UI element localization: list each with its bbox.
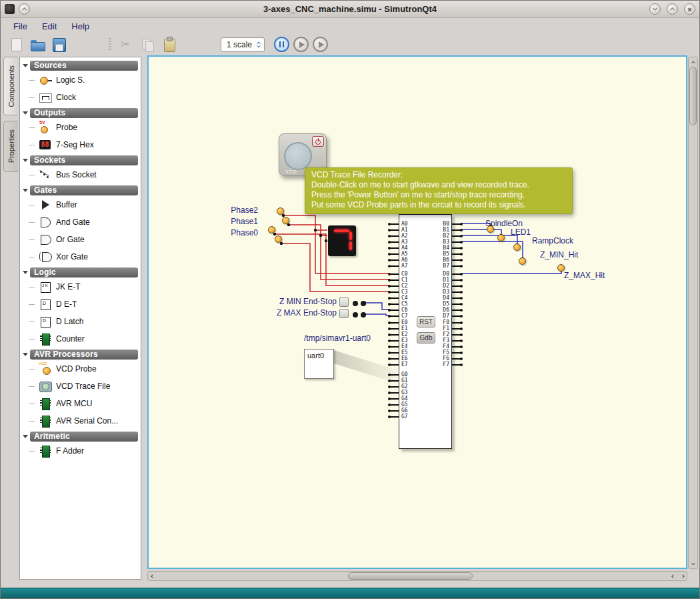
mcu-gdb-button[interactable]: Gdb [417,332,435,344]
mcu-pin[interactable] [390,352,399,354]
vcd-probe-phase1[interactable] [282,217,289,224]
mcu-pin[interactable] [390,259,399,261]
tree-section-header[interactable]: Aritmetic [30,432,138,442]
tree-item[interactable]: Logic S. [20,71,141,89]
tree-item[interactable]: Bus Socket [20,166,141,183]
tree-item[interactable]: D E-T [20,295,141,313]
minimize-button[interactable] [649,3,661,15]
mcu-pin[interactable] [390,247,399,249]
mcu-pin[interactable] [452,241,461,243]
cut-icon[interactable] [118,36,135,53]
tree-section-header[interactable]: Sources [30,61,138,71]
tree-section-header[interactable]: Outputs [30,108,138,118]
vcd-probe-phase-extra[interactable] [275,235,282,243]
close-button[interactable]: × [684,3,695,15]
scroll-left-icon[interactable] [148,572,157,580]
menu-file[interactable]: File [7,20,33,33]
mcu-pin[interactable] [390,358,399,360]
vcd-probe-phase0[interactable] [268,226,275,233]
schematic-canvas[interactable]: VCD VCD Trace File Recorder: Double-Clic… [149,57,686,568]
horizontal-scroll-thumb[interactable] [348,572,473,580]
tree-section-header[interactable]: Sockets [30,155,138,165]
section-collapse-icon[interactable] [23,435,28,438]
tree-item[interactable]: Clock [20,89,141,106]
mcu-pin[interactable] [452,352,461,354]
scroll-right-icon[interactable] [678,572,687,580]
mcu-pin[interactable] [452,291,461,293]
new-file-icon[interactable] [7,36,25,53]
menu-help[interactable]: Help [65,20,95,33]
paste-icon[interactable] [161,36,178,53]
endstop-switch-zmax[interactable] [339,309,349,318]
tree-item[interactable]: AVR MCU [20,395,141,412]
copy-icon[interactable] [139,36,157,53]
mcu-pin[interactable] [452,273,461,275]
mcu-pin[interactable] [452,304,461,305]
mcu-pin[interactable] [390,346,399,348]
mcu-pin[interactable] [390,340,399,342]
mcu-pin[interactable] [390,416,399,418]
tree-section-header[interactable]: Logic [30,267,138,277]
mcu-pin[interactable] [452,322,461,324]
tab-properties[interactable]: Properties [3,121,18,171]
mcu-pin[interactable] [390,322,399,324]
tree-item[interactable]: D Latch [20,313,141,330]
mcu-pin[interactable] [390,253,399,255]
scroll-up-icon[interactable] [689,57,697,66]
vcd-probe-phase2[interactable] [277,207,284,215]
endstop-switch-zmin[interactable] [339,297,349,307]
vcd-probe-rampclock[interactable] [513,243,521,251]
mcu-pin[interactable] [452,279,461,281]
mcu-pin[interactable] [390,404,399,406]
save-icon[interactable] [50,36,67,53]
vcd-probe-zmaxhit[interactable] [557,264,565,271]
tree-item[interactable]: VCD Probe [20,360,141,378]
mcu-pin[interactable] [390,223,399,225]
mcu-pin[interactable] [452,310,461,311]
mcu-pin[interactable] [390,392,399,394]
menu-edit[interactable]: Edit [36,20,63,33]
scroll-down-icon[interactable] [689,560,697,568]
mcu-pin[interactable] [390,304,399,305]
recorder-power-button[interactable] [312,136,324,147]
section-collapse-icon[interactable] [23,189,28,192]
mcu-pin[interactable] [452,364,461,366]
mcu-pin[interactable] [452,358,461,360]
tree-item[interactable]: Or Gate [20,231,141,248]
mcu-chip[interactable]: RST Gdb A0A1A2A3A4A5A6A7C0C1C2C3C4C5C6C7… [399,214,452,449]
mcu-pin[interactable] [452,247,461,249]
step-button[interactable] [293,37,309,52]
section-collapse-icon[interactable] [23,159,28,162]
mcu-pin[interactable] [390,410,399,412]
mcu-pin[interactable] [452,285,461,287]
pause-button[interactable] [274,37,289,52]
tree-item[interactable]: JK E-T [20,278,141,295]
mcu-pin[interactable] [390,364,399,366]
mcu-pin[interactable] [390,265,399,267]
mcu-pin[interactable] [452,235,461,237]
mcu-pin[interactable] [452,340,461,342]
scroll-left-icon-2[interactable] [669,572,677,580]
mcu-pin[interactable] [390,273,399,275]
mcu-pin[interactable] [390,310,399,311]
uart-socket[interactable]: uart0 [304,349,334,379]
mcu-pin[interactable] [390,386,399,388]
mcu-pin[interactable] [390,297,399,299]
seven-segment-display[interactable] [328,225,356,256]
tree-item[interactable]: 7-Seg Hex [20,136,141,153]
mcu-pin[interactable] [452,259,461,261]
mcu-pin[interactable] [452,334,461,336]
vcd-probe-spindleon[interactable] [487,225,494,233]
section-collapse-icon[interactable] [23,353,28,356]
mcu-pin[interactable] [390,328,399,330]
mcu-pin[interactable] [390,316,399,317]
vertical-scroll-thumb[interactable] [689,67,697,125]
open-file-icon[interactable] [29,36,46,53]
horizontal-scrollbar[interactable] [147,571,687,581]
tree-item[interactable]: Xor Gate [20,248,141,265]
mcu-pin[interactable] [452,229,461,231]
tree-item[interactable]: F Adder [20,442,141,460]
scale-spinner[interactable] [257,41,260,48]
vertical-scrollbar[interactable] [688,57,698,569]
mcu-pin[interactable] [452,253,461,255]
